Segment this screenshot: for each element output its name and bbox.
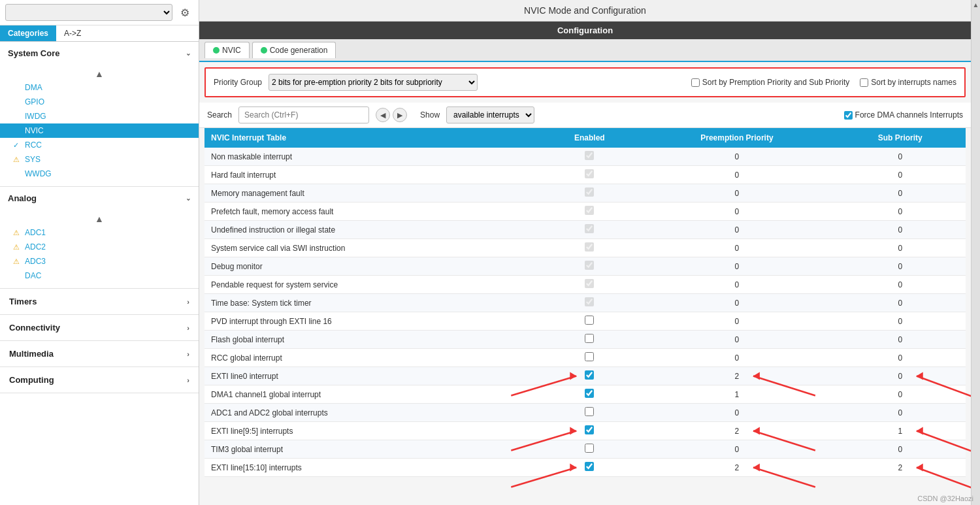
sidebar-item-adc3[interactable]: ⚠ ADC3 xyxy=(0,254,199,269)
section-connectivity[interactable]: Connectivity › xyxy=(0,315,199,341)
enabled-cell xyxy=(540,257,639,276)
enabled-checkbox[interactable] xyxy=(585,261,594,270)
interrupt-name-cell: Prefetch fault, memory access fault xyxy=(204,203,540,221)
sort-interrupts-checkbox[interactable] xyxy=(860,78,868,87)
enabled-checkbox[interactable] xyxy=(585,151,594,160)
table-row: EXTI line0 interrupt20 xyxy=(204,367,966,385)
search-next-btn[interactable]: ▶ xyxy=(393,108,407,122)
sidebar-item-adc2[interactable]: ⚠ ADC2 xyxy=(0,240,199,254)
sidebar-item-sys[interactable]: ⚠ SYS xyxy=(0,152,199,167)
section-system-core-header[interactable]: System Core ⌄ xyxy=(0,42,199,65)
tab-nvic[interactable]: NVIC xyxy=(204,42,250,58)
interrupt-name-cell: DMA1 channel1 global interrupt xyxy=(204,385,540,404)
enabled-cell xyxy=(540,221,639,239)
search-input[interactable] xyxy=(238,106,369,123)
enabled-checkbox[interactable] xyxy=(585,206,594,215)
enabled-checkbox[interactable] xyxy=(585,425,594,434)
preemption-cell: 0 xyxy=(639,294,834,312)
enabled-checkbox[interactable] xyxy=(585,187,594,197)
sort-interrupts-label[interactable]: Sort by interrupts names xyxy=(860,78,956,87)
sub-priority-cell: 0 xyxy=(834,312,966,331)
section-analog: Analog ⌄ ▲ ⚠ ADC1 ⚠ ADC2 ⚠ ADC3 DAC xyxy=(0,187,199,289)
enabled-checkbox[interactable] xyxy=(585,462,594,471)
sidebar-item-nvic[interactable]: NVIC xyxy=(0,123,199,138)
sidebar-item-wwdg[interactable]: WWDG xyxy=(0,167,199,181)
sidebar-item-dma[interactable]: DMA xyxy=(0,80,199,95)
show-select[interactable]: available interruptsall interrupts xyxy=(446,106,534,123)
interrupt-name-cell: Hard fault interrupt xyxy=(204,166,540,184)
section-timers[interactable]: Timers › xyxy=(0,289,199,315)
section-computing[interactable]: Computing › xyxy=(0,367,199,393)
sub-priority-cell: 2 xyxy=(834,459,966,477)
preemption-cell: 2 xyxy=(639,367,834,385)
sidebar-item-dac[interactable]: DAC xyxy=(0,269,199,283)
preemption-cell: 0 xyxy=(639,257,834,276)
preemption-cell: 0 xyxy=(639,148,834,166)
preemption-cell: 0 xyxy=(639,331,834,349)
scroll-up-btn[interactable]: ▲ xyxy=(0,67,199,80)
tab-categories[interactable]: Categories xyxy=(0,25,56,41)
sub-priority-cell: 0 xyxy=(834,239,966,257)
sidebar-item-dma-label: DMA xyxy=(25,83,42,92)
enabled-checkbox[interactable] xyxy=(585,352,594,361)
sidebar-item-iwdg-label: IWDG xyxy=(25,112,46,121)
enabled-checkbox[interactable] xyxy=(585,370,594,380)
sub-priority-cell: 1 xyxy=(834,422,966,440)
sidebar-item-rcc[interactable]: ✓ RCC xyxy=(0,138,199,152)
sidebar-item-iwdg[interactable]: IWDG xyxy=(0,109,199,123)
preemption-cell: 0 xyxy=(639,440,834,459)
enabled-checkbox[interactable] xyxy=(585,444,594,453)
table-row: TIM3 global interrupt00 xyxy=(204,440,966,459)
enabled-checkbox[interactable] xyxy=(585,316,594,325)
force-dma-checkbox[interactable] xyxy=(844,111,853,120)
col-preemption: Preemption Priority xyxy=(639,128,834,148)
enabled-checkbox[interactable] xyxy=(585,334,594,343)
sidebar: ⚙ Categories A->Z System Core ⌄ ▲ DMA GP… xyxy=(0,0,199,505)
sidebar-item-dac-label: DAC xyxy=(25,271,41,280)
sidebar-item-rcc-label: RCC xyxy=(25,140,42,150)
enabled-checkbox[interactable] xyxy=(585,389,594,398)
enabled-checkbox[interactable] xyxy=(585,297,594,306)
tab-code-gen[interactable]: Code generation xyxy=(252,42,336,58)
priority-group-select[interactable]: 2 bits for pre-emption priority 2 bits f… xyxy=(269,74,478,91)
warning-icon-adc1: ⚠ xyxy=(13,229,22,237)
section-analog-content: ▲ ⚠ ADC1 ⚠ ADC2 ⚠ ADC3 DAC xyxy=(0,210,199,288)
sidebar-item-adc2-label: ADC2 xyxy=(25,242,46,252)
enabled-cell xyxy=(540,312,639,331)
right-scrollbar[interactable]: ▲ xyxy=(971,0,980,505)
sidebar-item-gpio-label: GPIO xyxy=(25,97,44,106)
sort-premption-checkbox[interactable] xyxy=(691,78,700,87)
sidebar-item-adc1[interactable]: ⚠ ADC1 xyxy=(0,225,199,240)
sub-priority-cell: 0 xyxy=(834,385,966,404)
enabled-checkbox[interactable] xyxy=(585,224,594,233)
section-multimedia[interactable]: Multimedia › xyxy=(0,341,199,367)
nvic-table: NVIC Interrupt Table Enabled Preemption … xyxy=(204,128,966,477)
col-interrupt-name: NVIC Interrupt Table xyxy=(204,128,540,148)
nvic-tbody: Non maskable interrupt00Hard fault inter… xyxy=(204,148,966,477)
table-row: Debug monitor00 xyxy=(204,257,966,276)
enabled-cell xyxy=(540,166,639,184)
table-row: Non maskable interrupt00 xyxy=(204,148,966,166)
enabled-checkbox[interactable] xyxy=(585,169,594,178)
table-row: DMA1 channel1 global interrupt10 xyxy=(204,385,966,404)
scroll-up-btn-analog[interactable]: ▲ xyxy=(0,212,199,225)
enabled-checkbox[interactable] xyxy=(585,242,594,252)
blank-icon3 xyxy=(13,112,22,120)
scroll-up-arrow[interactable]: ▲ xyxy=(973,1,979,8)
gear-button[interactable]: ⚙ xyxy=(176,4,193,21)
sidebar-item-gpio[interactable]: GPIO xyxy=(0,95,199,109)
search-prev-btn[interactable]: ◀ xyxy=(376,108,390,122)
enabled-checkbox[interactable] xyxy=(585,407,594,416)
chevron-down-icon: ⌄ xyxy=(186,50,191,57)
section-timers-label: Timers xyxy=(9,297,37,306)
search-bar: Search ◀ ▶ Show available interruptsall … xyxy=(199,103,971,128)
tab-az[interactable]: A->Z xyxy=(56,25,89,41)
sub-priority-cell: 0 xyxy=(834,203,966,221)
interrupt-name-cell: Undefined instruction or illegal state xyxy=(204,221,540,239)
interrupt-name-cell: System service call via SWI instruction xyxy=(204,239,540,257)
sidebar-search-select[interactable] xyxy=(5,4,172,21)
sub-priority-cell: 0 xyxy=(834,367,966,385)
enabled-checkbox[interactable] xyxy=(585,279,594,288)
sort-premption-label[interactable]: Sort by Premption Priority and Sub Prior… xyxy=(691,78,849,87)
section-analog-header[interactable]: Analog ⌄ xyxy=(0,187,199,210)
